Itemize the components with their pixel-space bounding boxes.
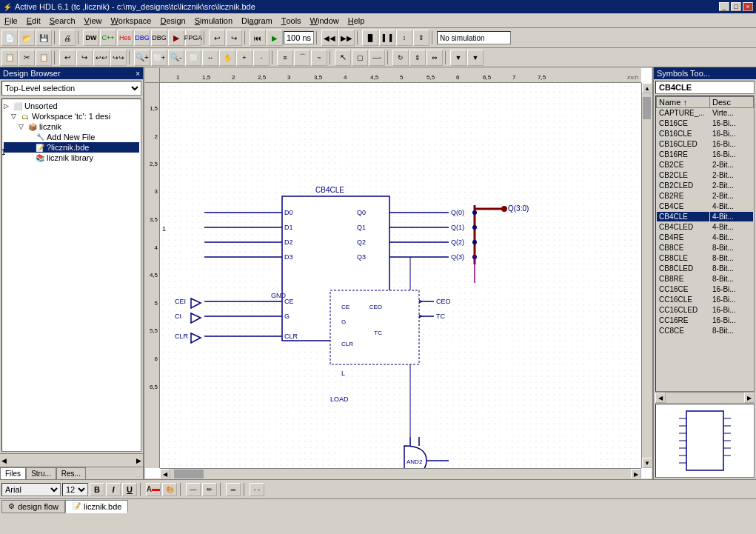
tree-item-unsorted[interactable]: ▷ ⬜ Unsorted	[4, 101, 139, 111]
symbols-row-11[interactable]: CB4CLED4-Bit...	[657, 222, 754, 233]
fpga-button[interactable]: FPGA	[185, 30, 201, 46]
sim-prev[interactable]: ◀◀	[321, 30, 338, 46]
maximize-button[interactable]: □	[731, 2, 741, 11]
compile-button[interactable]: C++	[100, 30, 116, 46]
scroll-down-button[interactable]: ▼	[642, 458, 652, 468]
sim-play[interactable]: ▶	[267, 30, 283, 46]
sp-scroll-left[interactable]: ◀	[655, 393, 666, 403]
expand-icon-ws[interactable]: ▽	[11, 113, 19, 120]
tab-design-flow[interactable]: ⚙ design flow	[1, 500, 65, 513]
scroll-right-button[interactable]: ▶	[631, 469, 641, 478]
underline-button[interactable]: U	[122, 483, 137, 496]
zoom-out2-button[interactable]: -	[253, 50, 270, 66]
top-level-select[interactable]: Top-Level selection	[1, 81, 141, 96]
symbols-row-6[interactable]: CB2CLE2-Bit...	[657, 170, 754, 181]
bold-button[interactable]: B	[90, 483, 104, 496]
menu-edit[interactable]: Edit	[22, 13, 45, 27]
symbols-row-15[interactable]: CB8CLED8-Bit...	[657, 264, 754, 274]
scroll-v-thumb[interactable]	[643, 97, 651, 119]
line-width-button[interactable]: ═	[226, 483, 241, 496]
fill-color-button[interactable]: 🎨	[162, 483, 177, 496]
cursor-button[interactable]: ▢	[352, 50, 368, 66]
compile4-button[interactable]: DBG	[151, 30, 167, 46]
menu-search[interactable]: Search	[45, 13, 80, 27]
font-size-select[interactable]: 12	[62, 483, 88, 496]
compile3-button[interactable]: DBG	[134, 30, 150, 46]
zoom-in2-button[interactable]: +	[236, 50, 252, 66]
minimize-button[interactable]: _	[719, 2, 729, 11]
symbols-row-20[interactable]: CC16RE16-Bi...	[657, 316, 754, 326]
add-pin-button[interactable]: —◦	[369, 50, 385, 66]
net-button[interactable]: ~	[311, 50, 327, 66]
open-button[interactable]: 📂	[19, 30, 35, 46]
tree-item-workspace[interactable]: ▽ 🗂 Workspace 'tc': 1 desi	[4, 111, 139, 121]
paste-button[interactable]: 📋	[36, 50, 52, 66]
tree-item-licznik[interactable]: ▽ 📦 licznik	[4, 121, 139, 132]
menu-view[interactable]: View	[80, 13, 107, 27]
symbols-row-13[interactable]: CB8CE8-Bit...	[657, 243, 754, 253]
bus-button[interactable]: ≡	[277, 50, 293, 66]
symbols-row-2[interactable]: CB16CLE16-Bi...	[657, 129, 754, 139]
zoom-fit-button[interactable]: ⬜	[185, 50, 201, 66]
line-style-button[interactable]: —	[186, 483, 201, 496]
symbols-row-0[interactable]: CAPTURE_...Virte...	[657, 108, 754, 119]
save-button[interactable]: 💾	[36, 30, 52, 46]
scroll-up-button[interactable]: ▲	[642, 83, 652, 93]
symbols-row-19[interactable]: CC16CLED16-Bi...	[657, 305, 754, 316]
tab-structure[interactable]: Stru...	[26, 467, 56, 479]
symbols-row-8[interactable]: CB2RE2-Bit...	[657, 191, 754, 201]
font-family-select[interactable]: Arial	[1, 483, 61, 496]
symbols-row-7[interactable]: CB2CLED2-Bit...	[657, 181, 754, 191]
design-wizard-button[interactable]: DW	[83, 30, 99, 46]
rotate-button[interactable]: ↻	[392, 50, 409, 66]
menu-file[interactable]: File	[0, 13, 22, 27]
design-browser-close[interactable]: ×	[136, 70, 140, 78]
font-color-button[interactable]: A	[146, 483, 161, 496]
close-button[interactable]: ×	[743, 2, 753, 11]
wave-btn4[interactable]: ⇕	[413, 30, 429, 46]
symbols-row-17[interactable]: CC16CE16-Bi...	[657, 284, 754, 295]
run-sim-button[interactable]: ▶	[168, 30, 184, 46]
zoom-region-button[interactable]: ⬜+	[151, 50, 167, 66]
tree-item-add-new[interactable]: 🔧 Add New File	[4, 132, 139, 142]
menu-help[interactable]: Help	[344, 13, 369, 27]
menu-design[interactable]: Design	[155, 13, 190, 27]
pan-button[interactable]: ✋	[219, 50, 235, 66]
symbols-row-3[interactable]: CB16CLED16-Bi...	[657, 139, 754, 150]
italic-button[interactable]: I	[106, 483, 121, 496]
scroll-left-arrow[interactable]: ◀	[1, 457, 7, 464]
tree-item-library[interactable]: 📚 licznik library	[4, 153, 139, 163]
canvas-vscrollbar[interactable]: ▲ ▼	[641, 83, 652, 468]
scroll-h-thumb[interactable]	[174, 470, 204, 478]
zoom-out-button[interactable]: 🔍-	[168, 50, 184, 66]
copy-button[interactable]: 📋	[1, 50, 18, 66]
menu-tools[interactable]: Tools	[277, 13, 306, 27]
symbols-row-4[interactable]: CB16RE16-Bi...	[657, 150, 754, 160]
expand-icon-licznik[interactable]: ▽	[19, 123, 26, 130]
undo-button[interactable]: ↩	[209, 30, 225, 46]
sp-scroll-right[interactable]: ▶	[744, 393, 755, 403]
sim-skip-begin[interactable]: ⏮	[250, 30, 266, 46]
menu-simulation[interactable]: Simulation	[190, 13, 237, 27]
symbols-row-12[interactable]: CB4RE4-Bit...	[657, 233, 754, 243]
symbols-row-18[interactable]: CC16CLE16-Bi...	[657, 295, 754, 305]
symbols-row-10[interactable]: CB4CLE4-Bit...	[657, 212, 754, 222]
tab-files[interactable]: Files	[0, 467, 26, 479]
more-btn2[interactable]: ▼	[467, 50, 484, 66]
redo2-button[interactable]: ↪	[76, 50, 93, 66]
menu-workspace[interactable]: Workspace	[106, 13, 155, 27]
zoom-select-button[interactable]: ↔	[202, 50, 218, 66]
cut-button[interactable]: ✂	[19, 50, 35, 66]
undo2-button[interactable]: ↩	[59, 50, 76, 66]
symbols-row-14[interactable]: CB8CLE8-Bit...	[657, 253, 754, 264]
zoom-in-button[interactable]: 🔍+	[134, 50, 150, 66]
menu-window[interactable]: Window	[306, 13, 344, 27]
print-button[interactable]: 🖨	[59, 30, 76, 46]
canvas-hscrollbar[interactable]: ◀ ▶	[160, 468, 641, 478]
undo3-button[interactable]: ↩↩	[93, 50, 110, 66]
flip-v-button[interactable]: ⇕	[409, 50, 426, 66]
redo-button[interactable]: ↪	[226, 30, 242, 46]
wire-button[interactable]: ⌒	[294, 50, 310, 66]
schematic-canvas-bg[interactable]: CB4CLE GND D0 D1 D2	[160, 83, 641, 468]
symbols-row-9[interactable]: CB4CE4-Bit...	[657, 201, 754, 212]
